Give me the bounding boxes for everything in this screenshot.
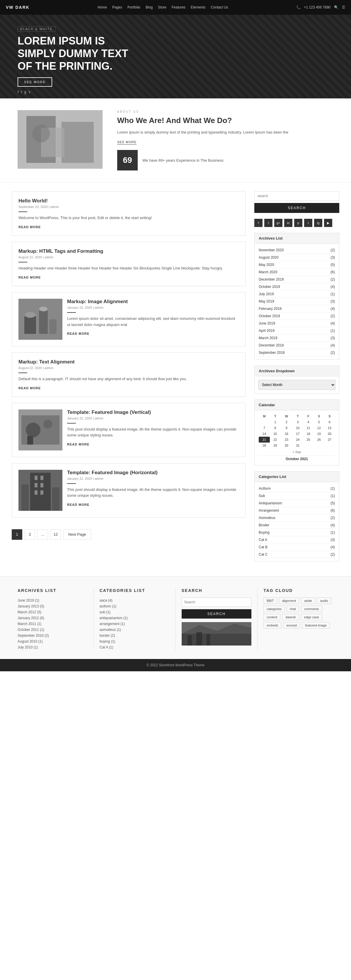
menu-icon[interactable]: ☰ [342,5,345,10]
nav-portfolio[interactable]: Portfolio [128,5,140,10]
archive-oct2019b[interactable]: October 2019 (2) [259,312,335,320]
archive-oct2019[interactable]: October 2019 (4) [259,283,335,291]
tag-embeds[interactable]: embeds [263,622,281,628]
calendar-prev-nav[interactable]: « Sep [259,449,335,454]
footer-cat-border[interactable]: border (2) [100,633,170,638]
footer-arch-jun2019[interactable]: June 2019 (1) [18,598,88,603]
blog-post-2-read-more[interactable]: READ MORE [18,275,41,279]
page-12-button[interactable]: 12 [50,529,61,540]
blog-post-1-read-more[interactable]: READ MORE [18,225,41,229]
footer-cat-buying[interactable]: buying (1) [100,638,170,644]
search-icon[interactable]: 🔍 [334,5,338,10]
archive-jul2019[interactable]: July 2019 (1) [259,291,335,298]
social-g-icon[interactable]: g+ [274,219,282,227]
footer-cat-asmodeus[interactable]: asmodeus (1) [100,627,170,633]
tag-featured-image[interactable]: featured image [302,622,330,628]
tag-dawork[interactable]: dawork [282,614,299,620]
archive-dec2018[interactable]: December 2018 (4) [259,342,335,349]
archive-may2019[interactable]: May 2019 (3) [259,298,335,305]
tag-excerpt[interactable]: excerpt [283,622,300,628]
social-twitter-icon[interactable]: t [21,90,22,94]
blog-post-5-inner: Template: Featured Image (Vertical) Janu… [18,409,239,450]
social-p-icon[interactable]: p [294,219,302,227]
next-page-button[interactable]: Next Page [63,529,91,540]
cat-cata[interactable]: Cat A (3) [259,536,335,544]
blog-post-4-read-more[interactable]: READ MORE [18,386,41,390]
social-facebook-icon[interactable]: f [18,90,18,94]
social-t-icon[interactable]: t [264,219,273,227]
footer-arch-aug2010[interactable]: August 2010 (1) [18,638,88,644]
page-2-button[interactable]: 2 [25,529,35,540]
sidebar-search-input[interactable] [254,191,339,200]
tag-audio[interactable]: audio [317,598,331,604]
footer-search-button[interactable]: SEARCH [182,609,252,619]
cat-antiquarianism[interactable]: Antiquarianism (5) [259,500,335,507]
archive-sep2018[interactable]: September 2018 (2) [259,349,335,356]
social-gplus-icon[interactable]: g [24,90,26,94]
archive-may2020[interactable]: May 2020 (5) [259,261,335,269]
cat-asmodeus[interactable]: Asmodeus (2) [259,514,335,522]
tag-edge-case[interactable]: edge case [301,614,322,620]
archive-nov2020[interactable]: November 2020 (2) [259,247,335,254]
cat-sub[interactable]: Sub (1) [259,492,335,500]
blog-post-6-read-more[interactable]: READ MORE [67,503,89,506]
footer-cat-aaca[interactable]: aaca (4) [100,598,170,603]
tag-content[interactable]: content [263,614,281,620]
footer-arch-jan2012[interactable]: January 2012 (6) [18,615,88,621]
nav-blog[interactable]: Blog [145,5,153,10]
archive-dec2019[interactable]: December 2019 (2) [259,276,335,283]
tag-comments[interactable]: comments [301,606,322,612]
tag-categories[interactable]: categories [263,606,285,612]
archive-apr2019[interactable]: April 2019 (1) [259,327,335,334]
social-ig-icon[interactable]: ig [314,219,322,227]
hero-see-more-button[interactable]: SEE MORE [18,77,52,87]
footer-arch-sep2010[interactable]: September 2010 (2) [18,633,88,638]
cat-broder[interactable]: Broder (4) [259,522,335,529]
cat-buying[interactable]: Buying (1) [259,529,335,536]
footer-arch-mar2012[interactable]: March 2012 (5) [18,609,88,615]
nav-pages[interactable]: Pages [112,5,122,10]
footer-cat-arrangement[interactable]: arrangement (1) [100,621,170,627]
social-t2-icon[interactable]: t [304,219,312,227]
footer-search-widget: SEARCH SEARCH [176,588,258,650]
archives-list: November 2020 (2) August 2020 (3) May 20… [255,244,339,360]
social-vimeo-icon[interactable]: v [29,90,30,94]
nav-contact[interactable]: Contact Us [211,5,228,10]
cat-arrangement[interactable]: Arrangement (6) [259,507,335,514]
footer-cat-antiquarianism[interactable]: antiquarianism (1) [100,615,170,621]
archive-mar2019[interactable]: March 2019 (3) [259,334,335,342]
nav-store[interactable]: Store [158,5,166,10]
tag-alignment[interactable]: alignment [279,598,300,604]
footer-cat-cata[interactable]: Cat A (1) [100,644,170,650]
tag-aside[interactable]: aside [301,598,315,604]
footer-arch-mar2011[interactable]: March 2011 (1) [18,621,88,627]
cat-catc[interactable]: Cat C (2) [259,551,335,558]
footer-arch-jul2010[interactable]: July 2010 (1) [18,644,88,650]
archive-mar2020[interactable]: March 2020 (6) [259,269,335,276]
blog-post-3-read-more[interactable]: READ MORE [67,332,89,336]
blog-post-5-read-more[interactable]: READ MORE [67,442,89,446]
nav-features[interactable]: Features [172,5,185,10]
page-1-button[interactable]: 1 [12,529,22,540]
cat-aciform[interactable]: Aciform (1) [259,485,335,492]
archives-dropdown-select[interactable]: Select Month [258,380,335,390]
footer-arch-oct2011[interactable]: October 2011 (1) [18,627,88,633]
archive-feb2019[interactable]: February 2019 (4) [259,305,335,312]
sidebar-search-button[interactable]: SEARCH [254,203,339,213]
tag-chat[interactable]: chat [287,606,299,612]
archive-jun2019[interactable]: June 2019 (4) [259,320,335,327]
cat-catb[interactable]: Cat B (4) [259,544,335,551]
social-in-icon[interactable]: in [284,219,292,227]
nav-home[interactable]: Home [97,5,107,10]
footer-cat-sub[interactable]: sub (1) [100,609,170,615]
tag-bbit[interactable]: BBIT [263,598,277,604]
about-see-more-button[interactable]: SEE MORE [117,140,137,145]
blog-post-4: Markup: Text Alignment August 22, 2020 |… [12,352,246,397]
footer-search-input[interactable] [182,598,252,607]
footer-cat-aciform[interactable]: aciform (1) [100,603,170,609]
nav-elements[interactable]: Elements [191,5,206,10]
archive-aug2020[interactable]: August 2020 (3) [259,254,335,261]
social-yt-icon[interactable]: ▶ [324,219,332,227]
social-f-icon[interactable]: f [254,219,263,227]
footer-arch-jan2013[interactable]: January 2013 (5) [18,603,88,609]
